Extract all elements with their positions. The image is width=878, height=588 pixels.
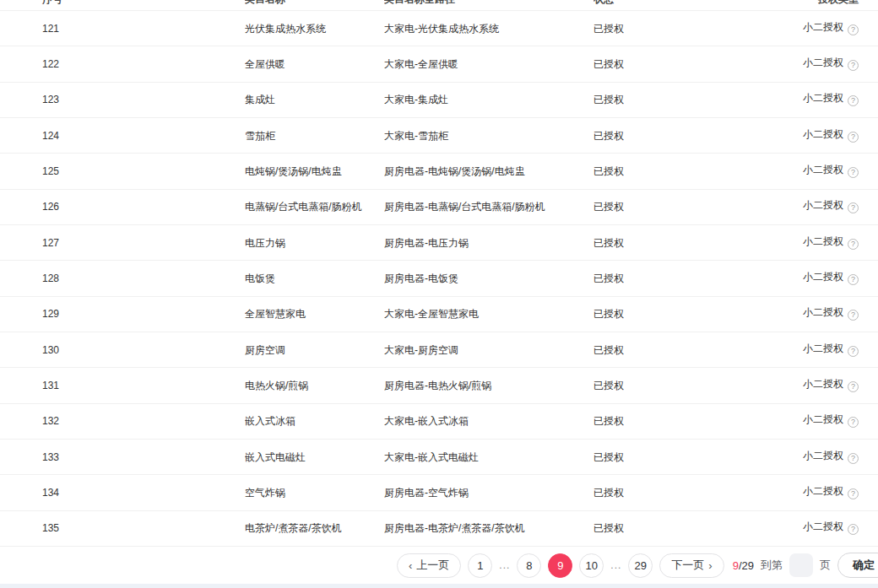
row-category-full-path: 厨房电器-电热火锅/煎锅 (384, 380, 593, 391)
table-row: 132 嵌入式冰箱 大家电-嵌入式冰箱 已授权 小二授权? (0, 404, 878, 440)
row-auth-type: 小二授权? (743, 414, 878, 428)
row-auth-type-label: 小二授权 (803, 379, 843, 390)
row-auth-type: 小二授权? (743, 521, 878, 535)
next-page-button[interactable]: 下一页 › (659, 553, 724, 578)
row-auth-type-label: 小二授权 (803, 307, 843, 318)
row-category-full-path: 大家电-全屋智慧家电 (384, 309, 593, 319)
help-circle-icon[interactable]: ? (848, 524, 859, 535)
row-status: 已授权 (593, 24, 743, 34)
row-category-name: 全屋智慧家电 (245, 309, 384, 319)
row-category-full-path: 大家电-嵌入式电磁灶 (384, 452, 593, 462)
row-serial-number: 127 (0, 238, 245, 248)
row-auth-type-label: 小二授权 (803, 414, 843, 425)
row-category-name: 嵌入式电磁灶 (245, 452, 384, 462)
row-auth-type-label: 小二授权 (803, 343, 843, 354)
help-circle-icon[interactable]: ? (848, 310, 859, 321)
row-status: 已授权 (593, 452, 743, 462)
help-circle-icon[interactable]: ? (848, 202, 859, 213)
page-summary-current: 9 (733, 559, 739, 572)
jump-page-input[interactable] (789, 553, 813, 577)
row-serial-number: 131 (0, 380, 245, 391)
help-circle-icon[interactable]: ? (848, 167, 859, 178)
row-status: 已授权 (593, 416, 743, 426)
row-serial-number: 132 (0, 416, 245, 426)
row-category-name: 电茶炉/煮茶器/茶饮机 (245, 523, 384, 533)
pagination-ellipsis[interactable]: ... (610, 559, 621, 571)
row-auth-type-label: 小二授权 (803, 272, 843, 283)
row-category-name: 集成灶 (245, 94, 384, 105)
row-category-full-path: 厨房电器-电蒸锅/台式电蒸箱/肠粉机 (384, 202, 593, 212)
page-unit-label: 页 (820, 558, 831, 573)
row-status: 已授权 (593, 488, 743, 498)
row-auth-type: 小二授权? (743, 343, 878, 357)
table-row: 128 电饭煲 厨房电器-电饭煲 已授权 小二授权? (0, 261, 878, 296)
row-auth-type-label: 小二授权 (803, 129, 843, 140)
row-status: 已授权 (593, 94, 743, 105)
table-body: 121 光伏集成热水系统 大家电-光伏集成热水系统 已授权 小二授权? 122 … (0, 11, 878, 547)
category-auth-table: 序号 类目名称 类目名称全路径 状态 授权类型 121 光伏集成热水系统 大家电… (0, 0, 878, 547)
row-auth-type-label: 小二授权 (803, 57, 843, 68)
help-circle-icon[interactable]: ? (848, 381, 859, 392)
row-category-name: 厨房空调 (245, 345, 384, 355)
page-button-active[interactable]: 9 (548, 553, 572, 578)
help-circle-icon[interactable]: ? (848, 274, 859, 285)
row-serial-number: 135 (0, 523, 245, 533)
page-button[interactable]: 1 (468, 553, 492, 578)
row-serial-number: 128 (0, 273, 245, 283)
row-auth-type-label: 小二授权 (803, 521, 843, 532)
row-auth-type: 小二授权? (743, 57, 878, 71)
row-category-name: 雪茄柜 (245, 131, 384, 141)
help-circle-icon[interactable]: ? (848, 132, 859, 143)
row-category-full-path: 大家电-光伏集成热水系统 (384, 24, 593, 34)
row-auth-type: 小二授权? (743, 129, 878, 143)
table-row: 127 电压力锅 厨房电器-电压力锅 已授权 小二授权? (0, 225, 878, 261)
next-page-label: 下一页 (671, 558, 704, 573)
table-row: 122 全屋供暖 大家电-全屋供暖 已授权 小二授权? (0, 46, 878, 82)
header-auth-type: 授权类型 (743, 0, 878, 4)
row-auth-type-label: 小二授权 (803, 165, 843, 175)
row-category-full-path: 大家电-厨房空调 (384, 345, 593, 355)
help-circle-icon[interactable]: ? (848, 239, 859, 250)
table-row: 133 嵌入式电磁灶 大家电-嵌入式电磁灶 已授权 小二授权? (0, 440, 878, 475)
row-category-name: 电压力锅 (245, 238, 384, 248)
row-auth-type: 小二授权? (743, 272, 878, 285)
row-status: 已授权 (593, 238, 743, 248)
row-auth-type: 小二授权? (743, 236, 878, 250)
table-row: 124 雪茄柜 大家电-雪茄柜 已授权 小二授权? (0, 118, 878, 154)
prev-page-button[interactable]: ‹ 上一页 (397, 553, 461, 578)
row-category-name: 电热火锅/煎锅 (245, 380, 384, 391)
table-header-row: 序号 类目名称 类目名称全路径 状态 授权类型 (0, 0, 878, 11)
row-category-name: 电炖锅/煲汤锅/电炖盅 (245, 166, 384, 176)
help-circle-icon[interactable]: ? (848, 60, 859, 71)
page-button[interactable]: 8 (517, 553, 541, 578)
row-auth-type: 小二授权? (743, 165, 878, 178)
help-circle-icon[interactable]: ? (848, 453, 859, 464)
header-category-full-path: 类目名称全路径 (384, 0, 593, 4)
row-auth-type: 小二授权? (743, 379, 878, 392)
page-button[interactable]: 29 (628, 553, 653, 578)
help-circle-icon[interactable]: ? (848, 417, 859, 428)
row-auth-type-label: 小二授权 (803, 486, 843, 497)
table-row: 126 电蒸锅/台式电蒸箱/肠粉机 厨房电器-电蒸锅/台式电蒸箱/肠粉机 已授权… (0, 190, 878, 225)
row-category-name: 嵌入式冰箱 (245, 416, 384, 426)
bottom-section-edge (0, 584, 878, 588)
help-circle-icon[interactable]: ? (848, 488, 859, 499)
help-circle-icon[interactable]: ? (848, 24, 859, 35)
row-category-full-path: 厨房电器-电压力锅 (384, 238, 593, 248)
row-category-full-path: 大家电-集成灶 (384, 94, 593, 105)
page-button[interactable]: 10 (579, 553, 604, 578)
row-category-full-path: 厨房电器-电炖锅/煲汤锅/电炖盅 (384, 166, 593, 176)
row-serial-number: 130 (0, 345, 245, 355)
row-category-name: 空气炸锅 (245, 488, 384, 498)
row-serial-number: 125 (0, 166, 245, 176)
pagination-ellipsis[interactable]: ... (499, 559, 510, 571)
prev-page-label: 上一页 (416, 558, 449, 573)
confirm-button[interactable]: 确定 (837, 553, 878, 578)
row-category-full-path: 厨房电器-空气炸锅 (384, 488, 593, 498)
help-circle-icon[interactable]: ? (848, 95, 859, 106)
row-status: 已授权 (593, 380, 743, 391)
row-auth-type-label: 小二授权 (803, 236, 843, 247)
row-serial-number: 126 (0, 202, 245, 212)
help-circle-icon[interactable]: ? (848, 346, 859, 357)
row-serial-number: 129 (0, 309, 245, 319)
